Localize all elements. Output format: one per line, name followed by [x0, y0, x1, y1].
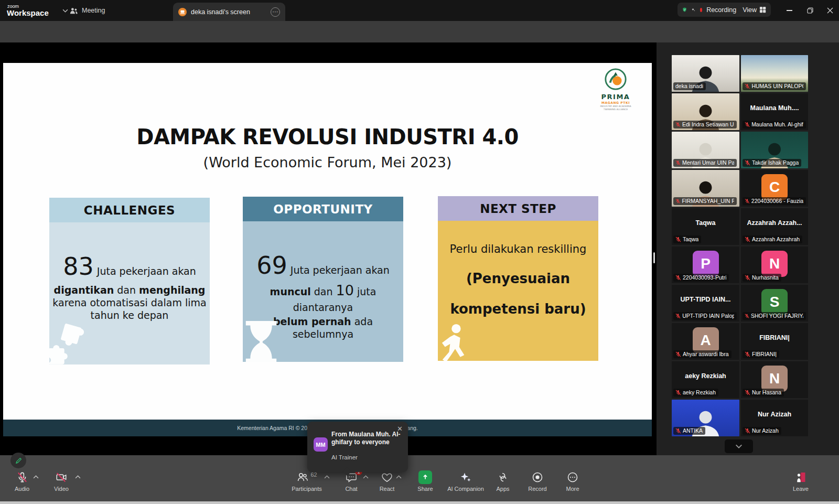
challenges-number: 83	[63, 252, 94, 281]
participant-display-name: Taqwa	[672, 219, 739, 227]
video-button[interactable]: Video	[33, 471, 90, 492]
chevron-down-icon[interactable]	[62, 9, 68, 13]
participant-name-label: 2204030093-Putri	[683, 274, 726, 281]
more-button[interactable]: More	[544, 471, 601, 492]
participant-avatar: N	[761, 366, 788, 392]
participants-panel: deka isnadi HUMAS UIN PALOPO Edi Indra S…	[657, 42, 839, 455]
share-label: Share	[417, 486, 433, 492]
leave-button[interactable]: Leave	[772, 471, 830, 492]
participant-name-pill: FIBRIANI|	[743, 350, 779, 359]
challenges-card: CHALLENGES 83 Juta pekerjaan akan digant…	[49, 198, 210, 364]
tab-meeting[interactable]: Meeting	[69, 0, 105, 21]
window-tab-bar: zoom Workspace Meeting deka isnadi's scr…	[0, 0, 839, 21]
window-bottom-edge	[0, 501, 839, 504]
restore-button[interactable]	[801, 0, 820, 21]
participant-display-name: aeky Rezkiah	[672, 372, 739, 380]
mic-muted-icon	[745, 275, 750, 281]
participant-tile[interactable]: C 2204030066 - Fauzia ...	[741, 170, 808, 207]
panel-resize-handle[interactable]	[653, 252, 655, 263]
participant-tile[interactable]: FIRMANSYAH_UIN PA...	[672, 170, 739, 207]
collapse-panel-button[interactable]	[725, 439, 753, 453]
participant-name-label: Nurhasnita	[752, 274, 779, 281]
participant-name-pill: Mentari Umar UIN Pa...	[673, 159, 737, 167]
participant-tile[interactable]: S SHOFI YOGI FAJRIYAH...	[741, 285, 808, 321]
apps-icon	[497, 471, 509, 484]
prima-logo-name: PRIMA	[596, 93, 635, 101]
mic-muted-icon	[675, 198, 680, 204]
video-options-caret[interactable]	[75, 475, 81, 479]
chat-notification-popup: ✕ MM From Maulana Muh. Al-ghifary to eve…	[307, 422, 408, 472]
participant-tile[interactable]: P 2204030093-Putri	[672, 246, 739, 283]
participant-name-label: Nur Hasana	[752, 389, 781, 395]
participant-avatar: S	[761, 289, 788, 315]
minimize-button[interactable]	[780, 0, 799, 21]
participant-name-label: aeky Rezkiah	[683, 389, 716, 395]
next-step-card-body: Perlu dilakukan reskilling (Penyesuaian …	[438, 221, 598, 361]
participant-tile[interactable]: N Nurhasnita	[741, 246, 808, 283]
zoom-workspace-brand[interactable]: zoom Workspace	[7, 2, 68, 19]
ai-companion-icon	[459, 471, 472, 484]
mic-muted-icon	[675, 351, 681, 357]
participant-display-name: FIBRIANI|	[741, 334, 808, 341]
view-button[interactable]: View	[743, 6, 766, 14]
mic-muted-icon	[745, 237, 750, 242]
mic-muted-icon	[745, 198, 750, 204]
meeting-toolbar: Audio Video 62 Participants 1 Chat React…	[0, 455, 839, 501]
video-label: Video	[54, 486, 69, 492]
participant-tile[interactable]: N Nur Hasana	[741, 361, 808, 398]
audio-label: Audio	[15, 486, 29, 492]
participant-tile[interactable]: deka isnadi	[672, 55, 739, 92]
participant-tile[interactable]: Edi Indra Setiawan UI...	[672, 93, 739, 130]
participant-tile[interactable]: ANTIKA	[672, 400, 739, 436]
participant-tile[interactable]: Azzahrah Azzah... Azzahrah Azzahrah	[741, 208, 808, 245]
annotate-pencil-button[interactable]	[10, 453, 26, 468]
hourglass-icon	[244, 321, 278, 362]
zoom-workspace-logo: zoom Workspace	[7, 4, 49, 17]
participant-name-pill: Edi Indra Setiawan UI...	[673, 121, 737, 129]
share-screen-icon	[418, 470, 432, 484]
prima-emblem-icon	[604, 67, 628, 91]
ai-sparkle-icon[interactable]	[691, 6, 696, 14]
close-icon[interactable]	[821, 0, 839, 21]
participant-name-label: Mentari Umar UIN Pa...	[682, 159, 734, 166]
participant-tile[interactable]: A Ahyar aswardi Ibra	[672, 323, 739, 360]
participant-tile[interactable]: Takdir Ishak Pagga	[741, 132, 808, 168]
next-step-line2: (Penyesuaian	[438, 270, 598, 287]
participant-avatar: C	[761, 174, 788, 200]
participant-tile[interactable]: aeky Rezkiah aeky Rezkiah	[672, 361, 739, 398]
mic-muted-icon	[675, 390, 681, 395]
mic-muted-icon	[675, 237, 681, 242]
participant-name-pill: Nur Azizah	[743, 427, 781, 435]
participant-tile[interactable]: UPT-TIPD IAIN... UPT-TIPD IAIN Palopo	[672, 285, 739, 321]
participant-tile[interactable]: Taqwa Taqwa	[672, 208, 739, 245]
mic-muted-icon	[675, 428, 681, 434]
participant-tile[interactable]: Maulana Muh.... Maulana Muh. Al-ghif...	[741, 93, 808, 130]
participant-tile[interactable]: Mentari Umar UIN Pa...	[672, 132, 739, 168]
participant-tile[interactable]: Nur Azizah Nur Azizah	[741, 400, 808, 436]
participant-name-pill: Nurhasnita	[743, 274, 781, 282]
mic-muted-icon	[16, 471, 28, 484]
security-shield-icon[interactable]	[682, 5, 687, 14]
leave-label: Leave	[793, 486, 809, 492]
participants-label: Participants	[292, 486, 321, 492]
tab-screen-share-label: deka isnadi's screen	[191, 8, 266, 16]
tab-options-icon[interactable]: ⋯	[271, 7, 280, 17]
record-icon	[531, 471, 544, 484]
chat-label: Chat	[345, 486, 357, 492]
participant-avatar: A	[693, 327, 719, 353]
screen-share-icon	[178, 8, 187, 16]
participant-tile[interactable]: HUMAS UIN PALOPO	[741, 55, 808, 92]
tab-screen-share[interactable]: deka isnadi's screen ⋯	[173, 3, 285, 21]
participant-name-label: Taqwa	[683, 236, 698, 242]
react-label: React	[380, 486, 395, 492]
participant-avatar: P	[693, 251, 719, 277]
challenges-line3: karena otomatisasi dalam lima	[49, 296, 210, 309]
participant-display-name: Nur Azizah	[741, 411, 808, 418]
challenges-card-body: 83 Juta pekerjaan akan digantikan dan me…	[49, 222, 210, 364]
participant-name-pill: FIRMANSYAH_UIN PA...	[673, 197, 737, 206]
participant-name-label: UPT-TIPD IAIN Palopo	[682, 313, 734, 319]
opportunity-bold1: muncul	[270, 286, 311, 297]
participant-name-pill: UPT-TIPD IAIN Palopo	[673, 312, 737, 320]
participant-tile[interactable]: FIBRIANI| FIBRIANI|	[741, 323, 808, 360]
mic-muted-icon	[675, 122, 681, 127]
